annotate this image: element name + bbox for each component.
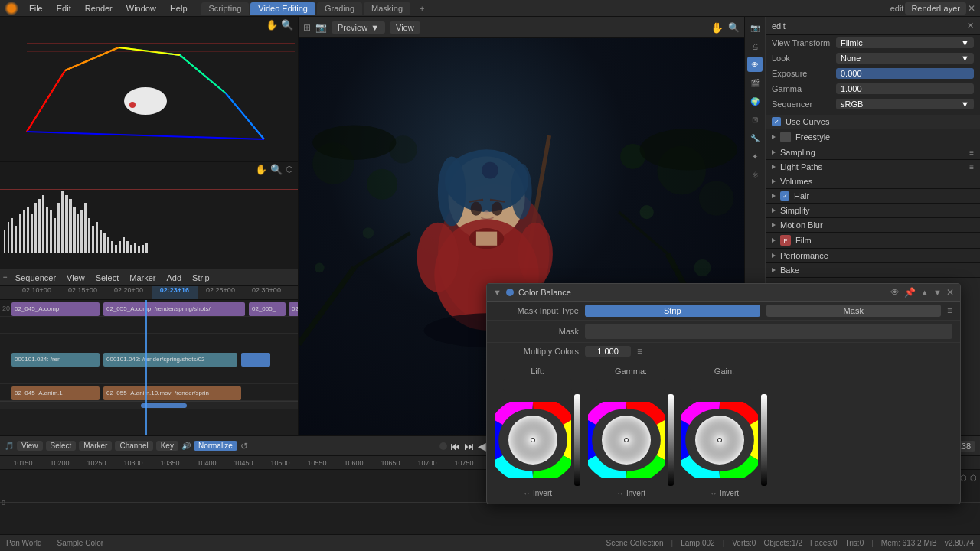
props-icon-modifier[interactable]: 🔧 xyxy=(747,130,763,145)
strip-02-045-aanim[interactable]: 02_045_A.anim.1 xyxy=(11,386,100,400)
menu-window[interactable]: Window xyxy=(120,2,162,15)
lift-wheel-svg[interactable] xyxy=(495,402,571,478)
bc-icon2[interactable]: ⬡ xyxy=(960,474,967,482)
cb-eye-icon[interactable]: 👁 xyxy=(890,287,900,298)
props-icon-output[interactable]: 🖨 xyxy=(747,38,763,54)
seq-value[interactable]: sRGB ▼ xyxy=(836,99,974,109)
menu-edit[interactable]: Edit xyxy=(51,2,77,15)
top-close-icon[interactable]: ✕ xyxy=(968,3,975,14)
cb-pin-icon[interactable]: 📌 xyxy=(904,287,916,298)
bt-key[interactable]: Key xyxy=(156,441,178,451)
vt-value[interactable]: Filmic ▼ xyxy=(836,37,974,48)
gamma-slider[interactable] xyxy=(668,394,674,486)
play-first-icon[interactable]: ⏮ xyxy=(450,440,461,452)
props-icon-render[interactable]: 📷 xyxy=(747,20,763,35)
gain-slider[interactable] xyxy=(761,394,767,486)
lift-invert-btn[interactable]: ↔ Invert xyxy=(523,489,552,497)
tab-grading[interactable]: Grading xyxy=(317,2,362,15)
gain-input[interactable] xyxy=(690,379,759,391)
seq-menu-add[interactable]: Add xyxy=(162,272,187,283)
strip-small-blue[interactable] xyxy=(241,353,270,367)
strip-02-07[interactable]: 02_07 xyxy=(289,302,298,316)
props-icon-world[interactable]: 🌍 xyxy=(747,93,763,109)
tab-video-editing[interactable]: Video Editing xyxy=(250,2,315,15)
bc-icon3[interactable]: ⬡ xyxy=(970,474,977,482)
cb-down-icon[interactable]: ▼ xyxy=(933,288,942,297)
gain-invert-btn[interactable]: ↔ Invert xyxy=(710,489,739,497)
motion-blur-header[interactable]: Motion Blur xyxy=(766,218,980,232)
bake-header[interactable]: Bake xyxy=(766,263,980,277)
light-paths-header[interactable]: Light Paths ≡ xyxy=(766,160,980,174)
strip-000101-042[interactable]: 000101.042: /render/spring/shots/02- xyxy=(103,353,237,367)
seq-menu-view[interactable]: View xyxy=(62,272,90,283)
menu-help[interactable]: Help xyxy=(164,2,194,15)
lp-list-icon[interactable]: ≡ xyxy=(969,163,974,171)
waveform-hand-icon[interactable]: ✋ xyxy=(255,164,267,175)
bt-marker[interactable]: Marker xyxy=(79,441,112,451)
cb-mask-field[interactable] xyxy=(585,324,952,339)
hair-header[interactable]: ✓ Hair xyxy=(766,189,980,203)
freestyle-header[interactable]: Freestyle xyxy=(766,129,980,145)
vp-grid-icon[interactable]: ⊞ xyxy=(303,22,311,33)
cb-multiply-value[interactable]: 1.000 xyxy=(585,346,631,357)
bt-view[interactable]: View xyxy=(17,441,43,451)
graph-zoom-icon[interactable]: 🔍 xyxy=(281,19,293,31)
strip-02-055-aanim[interactable]: 02_055_A.anim.10.mov: /render/sprin xyxy=(103,386,241,400)
cb-options-icon[interactable]: ≡ xyxy=(947,305,952,316)
strip-065[interactable]: 02_065_ xyxy=(249,302,286,316)
film-header[interactable]: F Film xyxy=(766,233,980,248)
lift-slider[interactable] xyxy=(574,394,580,486)
tab-add[interactable]: + xyxy=(412,2,432,15)
bt-channel[interactable]: Channel xyxy=(115,441,152,451)
use-curves-header[interactable]: ✓ Use Curves xyxy=(766,115,980,129)
view-dropdown[interactable]: View xyxy=(390,21,420,34)
vp-hand-icon[interactable]: ✋ xyxy=(710,21,724,34)
gamma-value[interactable]: 1.000 xyxy=(836,83,974,94)
gamma-wheel-svg[interactable] xyxy=(588,402,665,478)
sampling-list-icon[interactable]: ≡ xyxy=(969,148,974,157)
gain-wheel-svg[interactable] xyxy=(681,402,758,478)
strip-055-acomp[interactable]: 02_055_A.comp: /render/spring/shots/ xyxy=(103,302,245,316)
cb-collapse-icon[interactable]: ▼ xyxy=(493,288,501,297)
play-prev-icon[interactable]: ⏭ xyxy=(464,440,475,452)
cb-mult-options[interactable]: ≡ xyxy=(637,346,642,357)
bt-select[interactable]: Select xyxy=(46,441,77,451)
waveform-expand-icon[interactable]: ⬡ xyxy=(286,165,293,174)
performance-header[interactable]: Performance xyxy=(766,249,980,262)
tab-scripting[interactable]: Scripting xyxy=(201,2,250,15)
volumes-header[interactable]: Volumes xyxy=(766,174,980,188)
exposure-value[interactable]: 0.000 xyxy=(836,68,974,79)
props-icon-object[interactable]: ⊡ xyxy=(747,112,763,127)
strip-000101-ren[interactable]: 000101.024: /ren xyxy=(11,353,100,367)
look-value[interactable]: None ▼ xyxy=(836,53,974,64)
cb-mask-btn[interactable]: Mask xyxy=(766,305,942,317)
props-icon-particles[interactable]: ✦ xyxy=(747,148,763,164)
props-icon-physics[interactable]: ⚛ xyxy=(747,167,763,182)
vp-zoom-icon[interactable]: 🔍 xyxy=(728,22,740,33)
cb-strip-btn[interactable]: Strip xyxy=(585,305,760,317)
graph-hand-icon[interactable]: ✋ xyxy=(266,19,278,31)
bt-refresh-icon[interactable]: ↺ xyxy=(240,441,248,452)
seq-menu-marker[interactable]: Marker xyxy=(125,272,160,283)
strip-045-acomp[interactable]: 02_045_A.comp: xyxy=(11,302,100,316)
bt-normalize[interactable]: Normalize xyxy=(194,441,237,451)
gamma-wheel-input[interactable] xyxy=(596,379,665,391)
hair-check[interactable]: ✓ xyxy=(780,191,789,201)
use-curves-check[interactable]: ✓ xyxy=(772,117,781,126)
props-close-icon[interactable]: ✕ xyxy=(967,21,974,31)
props-icon-view[interactable]: 👁 xyxy=(747,57,763,72)
props-icon-scene[interactable]: 🎬 xyxy=(747,75,763,90)
seq-menu-sequencer[interactable]: Sequencer xyxy=(11,272,60,283)
cb-close-icon[interactable]: ✕ xyxy=(946,287,954,298)
cb-up-icon[interactable]: ▲ xyxy=(920,288,929,297)
menu-file[interactable]: File xyxy=(23,2,49,15)
tab-masking[interactable]: Masking xyxy=(364,2,410,15)
menu-render[interactable]: Render xyxy=(79,2,119,15)
sampling-header[interactable]: Sampling ≡ xyxy=(766,145,980,159)
gamma-invert-btn[interactable]: ↔ Invert xyxy=(616,489,645,497)
preview-dropdown[interactable]: Preview ▼ xyxy=(332,21,385,34)
lift-input[interactable] xyxy=(503,379,572,391)
seq-menu-select[interactable]: Select xyxy=(91,272,124,283)
simplify-header[interactable]: Simplify xyxy=(766,204,980,217)
seq-menu-strip[interactable]: Strip xyxy=(188,272,214,283)
